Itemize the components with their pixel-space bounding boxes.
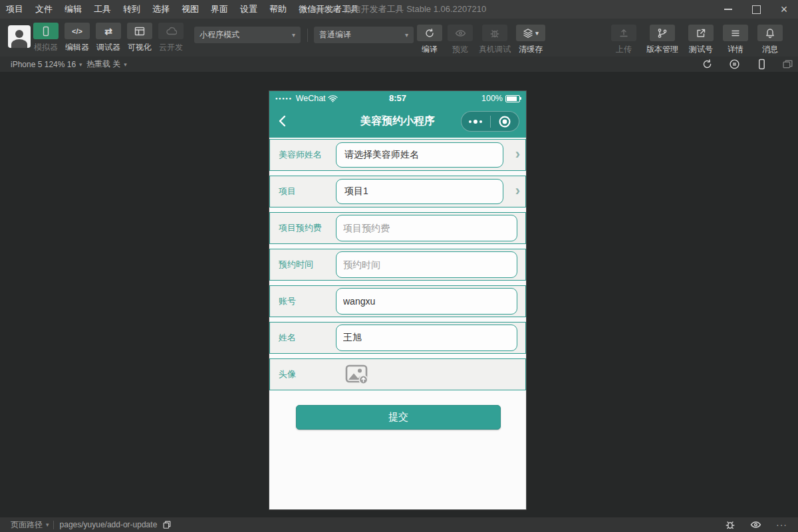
- layers-icon: ▾: [516, 25, 545, 41]
- swap-arrows-icon: ⇄: [96, 23, 121, 39]
- mini-program-menu-button[interactable]: [462, 120, 490, 124]
- editor-button[interactable]: </> 编辑器: [64, 23, 90, 53]
- debugger-button[interactable]: ⇄ 调试器: [95, 23, 122, 53]
- hamburger-icon: [723, 25, 748, 41]
- menu-file[interactable]: 文件: [29, 3, 59, 15]
- avatar-person-icon: [15, 30, 23, 38]
- bug-icon: [482, 25, 507, 41]
- simulator-button[interactable]: 模拟器: [33, 23, 59, 53]
- record-icon[interactable]: [729, 59, 740, 70]
- menu-settings[interactable]: 设置: [234, 3, 263, 15]
- chevron-right-icon: ›: [515, 146, 520, 163]
- refresh-page-icon[interactable]: [702, 59, 713, 70]
- more-options-button[interactable]: ···: [776, 519, 787, 530]
- form-row-project: 项目 项目1 ›: [269, 176, 526, 207]
- window-title: app02 - 微信开发者工具 Stable 1.06.2207210: [312, 0, 486, 19]
- device-bar: iPhone 5 124% 16 ▾ 热重载 关 ▾: [0, 57, 798, 72]
- menu-interface[interactable]: 界面: [205, 3, 234, 15]
- toolbar: 模拟器 </> 编辑器 ⇄ 调试器 可视化 云开发 小程序模式 ▾ 普通编译 ▾: [0, 19, 798, 57]
- clock-label: 8:57: [389, 91, 406, 106]
- upload-icon: [611, 25, 636, 41]
- mini-program-close-button[interactable]: [491, 115, 519, 128]
- device-select[interactable]: iPhone 5 124% 16 ▾: [11, 57, 82, 72]
- close-button[interactable]: ×: [770, 0, 798, 19]
- menu-project[interactable]: 项目: [0, 3, 29, 15]
- form-row-fee: 项目预约费: [269, 212, 526, 244]
- project-picker[interactable]: 项目1: [336, 179, 503, 204]
- simulator-phone-icon: [33, 23, 59, 39]
- compile-group: 编译 预览 真机调试 ▾ 清缓存: [416, 25, 545, 55]
- time-input[interactable]: [336, 251, 517, 278]
- compile-mode-select[interactable]: 普通编译 ▾: [314, 27, 414, 43]
- form-row-account: 账号: [269, 285, 526, 317]
- phone-nav-bar: 美容预约小程序: [269, 106, 526, 138]
- clear-cache-button[interactable]: ▾ 清缓存: [516, 25, 545, 55]
- menu-edit[interactable]: 编辑: [59, 3, 88, 15]
- chevron-right-icon: ›: [515, 182, 520, 200]
- hot-reload-toggle[interactable]: 热重载 关 ▾: [86, 57, 127, 72]
- page-path-dropdown[interactable]: 页面路径 ▾: [11, 519, 53, 531]
- menu-view[interactable]: 视图: [176, 3, 205, 15]
- carrier-label: WeChat: [296, 94, 326, 103]
- form-row-time: 预约时间: [269, 249, 526, 281]
- remote-debug-button[interactable]: 真机调试: [477, 25, 512, 55]
- test-account-button[interactable]: 测试号: [688, 25, 714, 55]
- maximize-icon: [752, 5, 761, 14]
- minimize-button[interactable]: [714, 0, 742, 19]
- compile-button[interactable]: 编译: [416, 25, 443, 55]
- caret-down-icon: ▾: [79, 61, 82, 68]
- minimize-icon: [724, 9, 732, 10]
- page-path-value: pages/yuyue/add-or-update: [60, 520, 158, 529]
- caret-down-icon: ▾: [535, 30, 539, 37]
- form-row-beautician: 美容师姓名 请选择美容师姓名 ›: [269, 139, 526, 171]
- inspect-eye-icon[interactable]: [750, 520, 761, 529]
- submit-button[interactable]: 提交: [296, 405, 501, 430]
- user-avatar[interactable]: [8, 25, 31, 48]
- signal-dots-icon: ●●●●●: [275, 96, 293, 100]
- caret-down-icon: ▾: [124, 61, 127, 68]
- menu-select[interactable]: 选择: [146, 3, 176, 15]
- wifi-icon: [328, 94, 338, 102]
- account-input[interactable]: [336, 288, 517, 315]
- field-label: 项目预约费: [270, 222, 336, 234]
- capsule-menu: [461, 111, 519, 132]
- maximize-button[interactable]: [742, 0, 770, 19]
- name-input[interactable]: [336, 325, 517, 351]
- multi-window-icon[interactable]: [782, 59, 793, 70]
- layout-icon: [127, 23, 152, 39]
- panel-toggle-group: 模拟器 </> 编辑器 ⇄ 调试器 可视化 云开发: [33, 23, 184, 53]
- menu-help[interactable]: 帮助: [263, 3, 293, 15]
- form-row-name: 姓名: [269, 322, 526, 354]
- eye-icon: [448, 25, 473, 41]
- details-button[interactable]: 详情: [722, 25, 749, 55]
- visualizer-button[interactable]: 可视化: [126, 23, 153, 53]
- cloud-icon: [158, 23, 184, 39]
- refresh-icon: [417, 25, 442, 41]
- field-label: 头像: [270, 368, 336, 380]
- caret-down-icon: ▾: [46, 521, 49, 528]
- device-frame-icon[interactable]: [756, 59, 767, 70]
- menu-tools[interactable]: 工具: [88, 3, 117, 15]
- mode-select[interactable]: 小程序模式 ▾: [194, 27, 301, 43]
- menu-goto[interactable]: 转到: [117, 3, 146, 15]
- git-branch-icon: [650, 25, 675, 41]
- battery-icon: [505, 95, 520, 102]
- appointment-form: 美容师姓名 请选择美容师姓名 › 项目 项目1 › 项目预约费 预约时间 账号: [269, 139, 526, 395]
- menu-bar: 项目 文件 编辑 工具 转到 选择 视图 界面 设置 帮助 微信开发者工具 ap…: [0, 0, 798, 19]
- field-label: 项目: [270, 186, 336, 198]
- debug-console-icon[interactable]: [725, 519, 735, 530]
- version-control-button[interactable]: 版本管理: [645, 25, 680, 55]
- field-label: 美容师姓名: [270, 149, 336, 161]
- upload-button[interactable]: 上传: [610, 25, 637, 55]
- cloud-dev-button[interactable]: 云开发: [158, 23, 184, 53]
- fee-input[interactable]: [336, 215, 517, 241]
- field-label: 预约时间: [270, 259, 336, 271]
- image-upload-icon: [345, 364, 370, 385]
- messages-button[interactable]: 消息: [757, 25, 783, 55]
- copy-path-icon[interactable]: [162, 520, 172, 529]
- image-upload-button[interactable]: [345, 364, 370, 385]
- phone-simulator: ●●●●● WeChat 8:57 100% 美容预约小程序: [269, 91, 526, 509]
- beautician-picker[interactable]: 请选择美容师姓名: [336, 142, 503, 168]
- code-icon: </>: [65, 23, 90, 39]
- preview-button[interactable]: 预览: [447, 25, 473, 55]
